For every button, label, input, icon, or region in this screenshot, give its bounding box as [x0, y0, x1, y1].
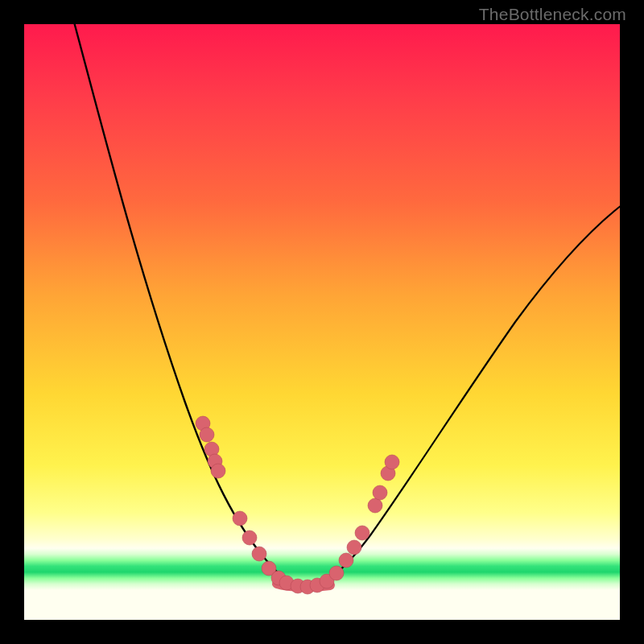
chart-frame: TheBottleneck.com [0, 0, 644, 644]
marker-dot [373, 485, 387, 500]
marker-group [196, 416, 399, 594]
marker-dot [385, 455, 399, 469]
marker-dot [211, 464, 225, 478]
marker-dot [252, 547, 266, 561]
marker-dot [355, 526, 369, 540]
marker-dot [347, 540, 361, 555]
curve-left-branch [72, 16, 295, 585]
marker-dot [233, 511, 247, 526]
chart-svg [24, 24, 620, 620]
marker-dot [368, 498, 382, 513]
marker-dot [329, 566, 344, 580]
marker-dot [200, 427, 214, 442]
marker-dot [242, 530, 257, 545]
marker-dot [339, 553, 353, 568]
watermark-text: TheBottleneck.com [479, 5, 626, 24]
